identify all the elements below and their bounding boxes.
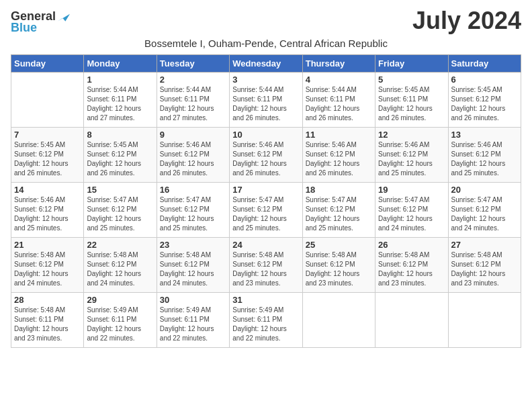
day-number: 5 [378,75,445,85]
day-cell: 13 Sunrise: 5:46 AMSunset: 6:12 PMDaylig… [448,128,521,183]
day-info: Sunrise: 5:48 AMSunset: 6:12 PMDaylight:… [232,251,287,287]
day-info: Sunrise: 5:47 AMSunset: 6:12 PMDaylight:… [378,196,433,232]
day-number: 2 [160,75,226,85]
day-cell: 14 Sunrise: 5:46 AMSunset: 6:12 PMDaylig… [11,183,84,238]
day-number: 8 [87,130,153,140]
day-number: 16 [160,185,226,195]
day-cell: 11 Sunrise: 5:46 AMSunset: 6:12 PMDaylig… [302,128,375,183]
day-info: Sunrise: 5:46 AMSunset: 6:12 PMDaylight:… [232,141,287,177]
day-number: 27 [451,240,518,250]
day-info: Sunrise: 5:47 AMSunset: 6:12 PMDaylight:… [306,196,360,232]
day-info: Sunrise: 5:48 AMSunset: 6:12 PMDaylight:… [87,251,141,287]
day-number: 29 [87,295,153,305]
day-info: Sunrise: 5:44 AMSunset: 6:11 PMDaylight:… [160,86,214,122]
day-cell [375,293,448,348]
day-cell: 15 Sunrise: 5:47 AMSunset: 6:12 PMDaylig… [84,183,157,238]
day-cell: 23 Sunrise: 5:48 AMSunset: 6:12 PMDaylig… [157,238,229,293]
day-info: Sunrise: 5:47 AMSunset: 6:12 PMDaylight:… [160,196,214,232]
day-info: Sunrise: 5:47 AMSunset: 6:12 PMDaylight:… [451,196,506,232]
day-cell: 22 Sunrise: 5:48 AMSunset: 6:12 PMDaylig… [84,238,157,293]
day-number: 20 [451,185,518,195]
day-cell: 7 Sunrise: 5:45 AMSunset: 6:12 PMDayligh… [11,128,84,183]
day-number: 4 [306,75,372,85]
day-cell: 1 Sunrise: 5:44 AMSunset: 6:11 PMDayligh… [84,73,157,128]
day-cell: 3 Sunrise: 5:44 AMSunset: 6:11 PMDayligh… [230,73,302,128]
day-cell: 10 Sunrise: 5:46 AMSunset: 6:12 PMDaylig… [230,128,302,183]
day-cell: 17 Sunrise: 5:47 AMSunset: 6:12 PMDaylig… [230,183,302,238]
day-cell: 4 Sunrise: 5:44 AMSunset: 6:11 PMDayligh… [302,73,375,128]
day-number: 10 [232,130,299,140]
day-info: Sunrise: 5:47 AMSunset: 6:12 PMDaylight:… [232,196,287,232]
header-sunday: Sunday [11,55,84,73]
day-cell: 26 Sunrise: 5:48 AMSunset: 6:12 PMDaylig… [375,238,448,293]
day-number: 18 [306,185,372,195]
day-number: 15 [87,185,153,195]
day-info: Sunrise: 5:48 AMSunset: 6:12 PMDaylight:… [160,251,214,287]
day-cell: 25 Sunrise: 5:48 AMSunset: 6:12 PMDaylig… [302,238,375,293]
day-info: Sunrise: 5:46 AMSunset: 6:12 PMDaylight:… [451,141,506,177]
calendar-table: SundayMondayTuesdayWednesdayThursdayFrid… [11,54,521,348]
day-info: Sunrise: 5:45 AMSunset: 6:12 PMDaylight:… [451,86,506,122]
day-info: Sunrise: 5:44 AMSunset: 6:11 PMDaylight:… [232,86,287,122]
day-cell: 29 Sunrise: 5:49 AMSunset: 6:11 PMDaylig… [84,293,157,348]
calendar-subtitle: Bossemtele I, Ouham-Pende, Central Afric… [11,38,521,49]
week-row-2: 7 Sunrise: 5:45 AMSunset: 6:12 PMDayligh… [11,128,521,183]
week-row-5: 28 Sunrise: 5:48 AMSunset: 6:11 PMDaylig… [11,293,521,348]
day-number: 17 [232,185,299,195]
day-info: Sunrise: 5:44 AMSunset: 6:11 PMDaylight:… [306,86,360,122]
day-info: Sunrise: 5:49 AMSunset: 6:11 PMDaylight:… [160,306,214,342]
day-cell: 8 Sunrise: 5:45 AMSunset: 6:12 PMDayligh… [84,128,157,183]
day-number: 31 [232,295,299,305]
day-info: Sunrise: 5:48 AMSunset: 6:12 PMDaylight:… [14,251,69,287]
day-number: 14 [14,185,81,195]
header-monday: Monday [84,55,157,73]
day-cell: 12 Sunrise: 5:46 AMSunset: 6:12 PMDaylig… [375,128,448,183]
day-info: Sunrise: 5:47 AMSunset: 6:12 PMDaylight:… [87,196,141,232]
day-number: 28 [14,295,81,305]
week-row-3: 14 Sunrise: 5:46 AMSunset: 6:12 PMDaylig… [11,183,521,238]
header-friday: Friday [375,55,448,73]
day-number: 7 [14,130,81,140]
day-cell: 20 Sunrise: 5:47 AMSunset: 6:12 PMDaylig… [448,183,521,238]
day-cell: 30 Sunrise: 5:49 AMSunset: 6:11 PMDaylig… [157,293,229,348]
day-info: Sunrise: 5:44 AMSunset: 6:11 PMDaylight:… [87,86,141,122]
day-cell [11,73,84,128]
svg-marker-0 [58,13,70,21]
day-cell: 19 Sunrise: 5:47 AMSunset: 6:12 PMDaylig… [375,183,448,238]
header-thursday: Thursday [302,55,375,73]
day-info: Sunrise: 5:45 AMSunset: 6:12 PMDaylight:… [14,141,69,177]
calendar-header-row: SundayMondayTuesdayWednesdayThursdayFrid… [11,55,521,73]
header-tuesday: Tuesday [157,55,229,73]
day-cell: 28 Sunrise: 5:48 AMSunset: 6:11 PMDaylig… [11,293,84,348]
day-cell: 2 Sunrise: 5:44 AMSunset: 6:11 PMDayligh… [157,73,229,128]
day-cell: 6 Sunrise: 5:45 AMSunset: 6:12 PMDayligh… [448,73,521,128]
day-number: 13 [451,130,518,140]
logo-bird-icon [56,10,70,24]
day-number: 19 [378,185,445,195]
day-info: Sunrise: 5:49 AMSunset: 6:11 PMDaylight:… [232,306,287,342]
logo: General Blue [11,9,70,35]
day-info: Sunrise: 5:48 AMSunset: 6:12 PMDaylight:… [451,251,506,287]
day-number: 12 [378,130,445,140]
day-cell: 31 Sunrise: 5:49 AMSunset: 6:11 PMDaylig… [230,293,302,348]
day-cell: 18 Sunrise: 5:47 AMSunset: 6:12 PMDaylig… [302,183,375,238]
day-info: Sunrise: 5:46 AMSunset: 6:12 PMDaylight:… [14,196,69,232]
day-number: 25 [306,240,372,250]
day-cell: 9 Sunrise: 5:46 AMSunset: 6:12 PMDayligh… [157,128,229,183]
week-row-1: 1 Sunrise: 5:44 AMSunset: 6:11 PMDayligh… [11,73,521,128]
day-info: Sunrise: 5:46 AMSunset: 6:12 PMDaylight:… [160,141,214,177]
header-saturday: Saturday [448,55,521,73]
month-title: July 2024 [412,7,521,35]
day-info: Sunrise: 5:49 AMSunset: 6:11 PMDaylight:… [87,306,141,342]
day-info: Sunrise: 5:48 AMSunset: 6:12 PMDaylight:… [306,251,360,287]
day-cell [302,293,375,348]
day-cell: 24 Sunrise: 5:48 AMSunset: 6:12 PMDaylig… [230,238,302,293]
day-number: 23 [160,240,226,250]
day-number: 1 [87,75,153,85]
day-cell: 21 Sunrise: 5:48 AMSunset: 6:12 PMDaylig… [11,238,84,293]
day-info: Sunrise: 5:48 AMSunset: 6:11 PMDaylight:… [14,306,69,342]
day-number: 11 [306,130,372,140]
day-number: 3 [232,75,299,85]
day-number: 30 [160,295,226,305]
day-info: Sunrise: 5:45 AMSunset: 6:11 PMDaylight:… [378,86,433,122]
